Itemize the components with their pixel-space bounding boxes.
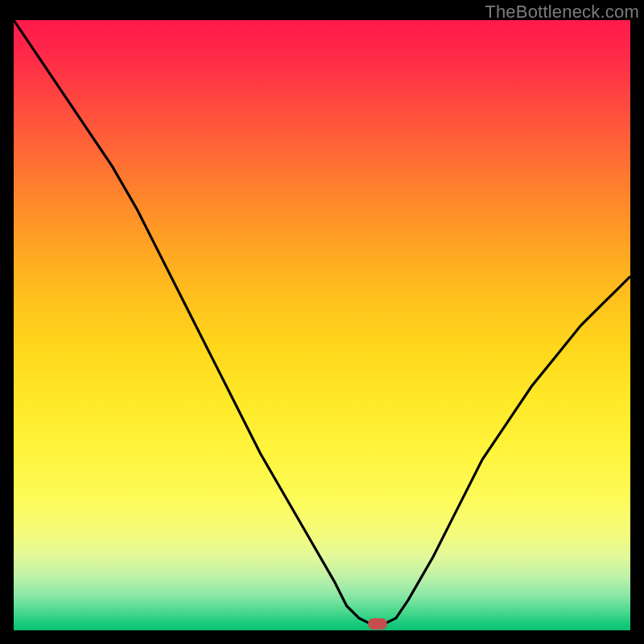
plot-inner [14,20,630,630]
curve-path [14,20,630,624]
chart-canvas: TheBottleneck.com [0,0,644,644]
bottleneck-curve [14,20,630,630]
valley-marker [368,618,387,630]
watermark-text: TheBottleneck.com [485,2,639,23]
plot-area [14,20,630,630]
